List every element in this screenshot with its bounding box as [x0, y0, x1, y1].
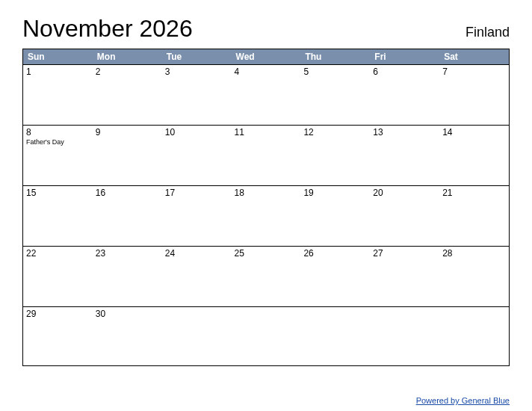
day-cell: 18 [232, 186, 301, 246]
day-number: 1 [26, 67, 89, 77]
day-number: 5 [303, 67, 366, 77]
day-number: 23 [96, 248, 158, 259]
day-cell: 9 [93, 126, 162, 185]
day-cell [439, 307, 509, 365]
day-cell: 29 [23, 307, 93, 365]
weekday-thu: Thu [300, 49, 370, 64]
country-label: Finland [466, 25, 510, 40]
week-row: 22 23 24 25 26 27 28 [23, 246, 509, 306]
day-cell [232, 307, 301, 365]
day-number: 20 [373, 188, 436, 198]
day-number: 21 [442, 188, 505, 198]
day-cell: 25 [232, 247, 301, 306]
day-cell: 30 [93, 307, 162, 365]
day-cell: 14 [439, 126, 509, 185]
week-row: 8Father's Day 9 10 11 12 13 14 [23, 125, 509, 185]
weekday-sat: Sat [439, 49, 509, 64]
day-number: 2 [96, 67, 158, 77]
day-number: 9 [96, 127, 158, 137]
day-cell: 26 [300, 247, 370, 306]
day-number: 12 [303, 127, 366, 137]
day-number: 18 [235, 188, 297, 198]
weekday-wed: Wed [232, 49, 301, 64]
day-number: 11 [235, 127, 297, 137]
day-cell: 2 [93, 65, 162, 125]
weekday-sun: Sun [23, 49, 93, 64]
day-number: 29 [26, 309, 89, 319]
day-number: 26 [303, 248, 366, 259]
footer: Powered by General Blue [416, 396, 510, 405]
day-cell [370, 307, 439, 365]
weekday-header-row: Sun Mon Tue Wed Thu Fri Sat [23, 49, 509, 64]
day-cell: 4 [232, 65, 301, 125]
day-cell: 15 [23, 186, 93, 246]
day-number: 17 [165, 188, 228, 198]
day-cell: 1 [23, 65, 93, 125]
week-row: 29 30 [23, 306, 509, 365]
day-cell: 12 [300, 126, 370, 185]
day-cell: 5 [300, 65, 370, 125]
day-cell: 22 [23, 247, 93, 306]
powered-by-link[interactable]: Powered by General Blue [416, 396, 510, 405]
day-cell: 19 [300, 186, 370, 246]
day-cell: 24 [162, 247, 232, 306]
weekday-mon: Mon [93, 49, 162, 64]
day-number: 30 [96, 309, 158, 319]
day-number: 28 [442, 248, 505, 259]
day-cell: 28 [439, 247, 509, 306]
weekday-fri: Fri [370, 49, 439, 64]
day-number: 27 [373, 248, 436, 259]
day-cell: 20 [370, 186, 439, 246]
day-cell: 21 [439, 186, 509, 246]
day-cell: 27 [370, 247, 439, 306]
month-year-title: November 2026 [22, 15, 193, 43]
calendar-grid: Sun Mon Tue Wed Thu Fri Sat 1 2 3 4 5 6 … [22, 49, 510, 366]
day-number: 8 [26, 127, 89, 137]
day-cell: 17 [162, 186, 232, 246]
day-cell: 6 [370, 65, 439, 125]
week-row: 15 16 17 18 19 20 21 [23, 185, 509, 246]
day-cell: 13 [370, 126, 439, 185]
day-cell [300, 307, 370, 365]
day-number: 4 [235, 67, 297, 77]
day-number: 16 [96, 188, 158, 198]
day-number: 24 [165, 248, 228, 259]
day-number: 22 [26, 248, 89, 259]
calendar-header: November 2026 Finland [22, 15, 510, 43]
day-cell: 10 [162, 126, 232, 185]
day-cell: 7 [439, 65, 509, 125]
day-number: 13 [373, 127, 436, 137]
day-number: 3 [165, 67, 228, 77]
day-cell: 23 [93, 247, 162, 306]
day-number: 10 [165, 127, 228, 137]
day-cell: 16 [93, 186, 162, 246]
day-number: 19 [303, 188, 366, 198]
day-number: 14 [442, 127, 505, 137]
weekday-tue: Tue [162, 49, 232, 64]
day-cell: 8Father's Day [23, 126, 93, 185]
day-cell: 3 [162, 65, 232, 125]
day-number: 6 [373, 67, 436, 77]
day-cell: 11 [232, 126, 301, 185]
day-number: 15 [26, 188, 89, 198]
day-cell [162, 307, 232, 365]
day-event: Father's Day [26, 138, 89, 146]
week-row: 1 2 3 4 5 6 7 [23, 64, 509, 125]
day-number: 7 [442, 67, 505, 77]
